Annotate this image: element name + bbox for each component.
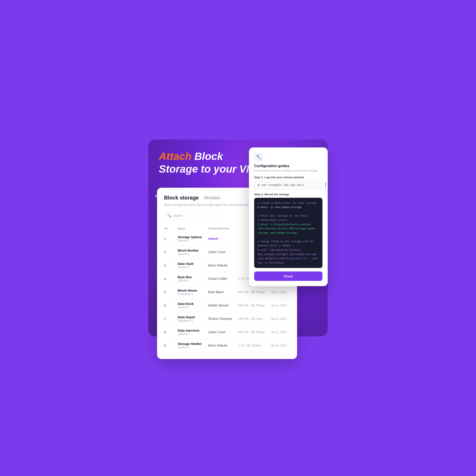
col-name: Name: [175, 225, 205, 232]
storage-location: Jakarta-1: [178, 332, 203, 336]
row-date: Jan 6, 2022: [268, 312, 290, 325]
row-name: Byte BoxJakarta-1: [175, 272, 205, 286]
panel-title: Block storage: [164, 195, 199, 201]
row-size: 500 GB - $0.75/day: [235, 286, 268, 299]
vm-name: Stellar Stream: [208, 303, 229, 307]
code-line: $ echo '/dev/disk/by-id/scsi-0DO_Storage…: [258, 248, 319, 265]
table-row: 7Data DepotSingapore-2Techno Tempest250 …: [164, 312, 290, 325]
row-name: Data DockJakarta 2: [175, 299, 205, 312]
row-number: 6: [164, 299, 175, 312]
vm-name: Nano Nebula: [208, 343, 227, 347]
row-date: Jan 6, 2022: [268, 325, 290, 339]
code-line: [258, 209, 319, 214]
code-line: [258, 235, 319, 239]
row-size: 250 GB - $0.5/day: [235, 312, 268, 325]
row-vm: Byte Blaze: [205, 286, 235, 299]
row-number: 5: [164, 286, 175, 299]
row-number: 4: [164, 272, 175, 286]
row-vm: Nano Nebula: [205, 339, 235, 352]
scrollbar-thumb: [325, 182, 326, 187]
table-row: 8Data SanctumJakarta-1Cyber Cove500 GB -…: [164, 325, 290, 339]
hero-title-line2: Storage to your VM: [159, 163, 255, 175]
row-vm: Stellar Stream: [205, 299, 235, 312]
row-number: 8: [164, 325, 175, 339]
row-name: Block BunkerJakarta-1: [175, 245, 205, 259]
vm-name: Nano Nebula: [208, 263, 227, 267]
hero-title-block: Block: [194, 151, 223, 162]
col-vm: Virtuall Machine: [205, 225, 235, 232]
storage-location: Jakarta-1: [178, 279, 203, 282]
code-line: # Change fstab so the storage will be mo…: [258, 239, 319, 248]
row-name: Data SanctumJakarta-1: [175, 325, 205, 339]
vm-name: Cloud Crafter: [208, 277, 227, 280]
code-line: # Create a mount point for your storage: [258, 201, 319, 205]
row-name: Storage SphereJakarta-1: [175, 232, 205, 245]
storage-location: Singapore-1: [178, 292, 203, 296]
vm-name: Cyber Cove: [208, 250, 225, 254]
storage-name: Storage Shelter: [178, 342, 203, 346]
panel-badge: 900 created: [202, 196, 222, 200]
row-number: 1: [164, 232, 175, 245]
row-number: 2: [164, 245, 175, 259]
wrench-icon: 🔧: [256, 154, 261, 160]
row-name: Data VaultJakarta-2: [175, 259, 205, 272]
row-size: 1 TB - $1.20/day: [235, 339, 268, 352]
code-line: $ mount -o discard,defaults,noatime /dev…: [258, 222, 319, 235]
row-name: Storage ShelterJakarta-2: [175, 339, 205, 352]
row-vm: Nano Nebula: [205, 259, 235, 272]
row-name: Data DepotSingapore-2: [175, 312, 205, 325]
row-number: 7: [164, 312, 175, 325]
row-name: Block HavenSingapore-1: [175, 286, 205, 299]
storage-name: Data Depot: [178, 315, 203, 319]
row-size: 500 GB - $0.75/day: [235, 299, 268, 312]
search-input[interactable]: [164, 212, 221, 220]
storage-name: Data Dock: [178, 302, 203, 306]
config-subtitle: Follow these steps to configure your blo…: [254, 169, 323, 172]
row-date: Jan 6, 2022: [268, 339, 290, 352]
storage-location: Singapore-2: [178, 319, 203, 322]
step1-command: $ ssh root@121.101.101.10:2: [254, 181, 323, 190]
storage-location: Jakarta-2: [178, 346, 203, 349]
row-vm: Techno Tempest: [205, 312, 235, 325]
mount-code-block: # Create a mount point for your storage$…: [254, 198, 323, 268]
vm-name: Techno Tempest: [208, 317, 232, 321]
config-panel: 🔧 Configuration guides Follow these step…: [249, 147, 328, 286]
storage-name: Data Vault: [178, 262, 203, 266]
col-no: No: [164, 225, 175, 232]
code-line: # Mount your storage at the newly-create…: [258, 214, 319, 222]
step2-label: Step 2: Mount the storage: [254, 193, 323, 196]
storage-name: Byte Box: [178, 275, 203, 279]
storage-name: Data Sanctum: [178, 329, 203, 332]
config-title: Configuration guides: [254, 164, 323, 168]
storage-location: Jakarta 2: [178, 306, 203, 309]
close-button[interactable]: Close: [254, 272, 323, 281]
storage-location: Jakarta-1: [178, 239, 203, 242]
storage-name: Block Bunker: [178, 249, 203, 252]
attach-link[interactable]: Attach: [208, 237, 218, 240]
storage-name: Block Haven: [178, 289, 203, 292]
step1-label: Step 1: Log into your virtual machine: [254, 176, 323, 179]
table-row: 9Storage ShelterJakarta-2Nano Nebula1 TB…: [164, 339, 290, 352]
scene: Attach Block Storage to your VM ↙ ↪ Bloc…: [148, 139, 328, 337]
row-vm: Cyber Cove: [205, 245, 235, 259]
row-vm[interactable]: Attach: [205, 232, 235, 245]
table-row: 6Data DockJakarta 2Stellar Stream500 GB …: [164, 299, 290, 312]
storage-name: Storage Sphere: [178, 235, 203, 239]
row-number: 9: [164, 339, 175, 352]
storage-location: Jakarta-2: [178, 266, 203, 269]
vm-name: Cyber Cove: [208, 330, 225, 334]
hero-title-area: Attach Block Storage to your VM: [159, 150, 255, 175]
row-number: 3: [164, 259, 175, 272]
row-vm: Cyber Cove: [205, 325, 235, 339]
row-vm: Cloud Crafter: [205, 272, 235, 286]
table-row: 5Block HavenSingapore-1Byte Blaze500 GB …: [164, 286, 290, 299]
row-size: 500 GB - $0.75/day: [235, 325, 268, 339]
vm-name: Byte Blaze: [208, 290, 224, 294]
code-line: $ mkdir -p /mnt/Sambo-Storage: [258, 205, 319, 210]
row-date: Jan 6, 2022: [268, 286, 290, 299]
row-date: Jan 6, 2022: [268, 299, 290, 312]
config-icon-wrap: 🔧: [254, 153, 263, 161]
search-icon: 🔍: [167, 214, 171, 218]
hero-title-attach: Attach: [159, 151, 191, 162]
scrollbar-track: [325, 182, 326, 196]
